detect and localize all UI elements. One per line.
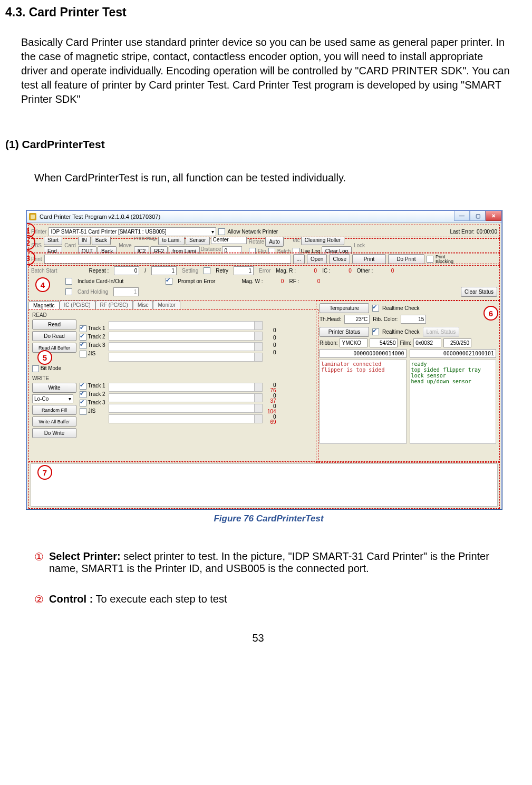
w-jis-input[interactable] <box>109 414 263 423</box>
printerstatus-button[interactable]: Printer Status <box>320 327 369 337</box>
annot-7: 7 <box>37 465 52 480</box>
doread-button[interactable]: Do Read <box>32 331 76 341</box>
tab-magnetic[interactable]: Magnetic <box>28 301 60 309</box>
ribbon-count: 54/250 <box>370 338 398 347</box>
w-t3-input[interactable] <box>109 404 263 413</box>
magr-value: 0 <box>301 268 317 274</box>
clearstatus-button[interactable]: Clear Status <box>461 287 497 297</box>
cleaning-button[interactable]: Cleaning Roller <box>301 237 344 245</box>
printblocking-label: Print Blocking <box>436 255 453 264</box>
last-error-value: 00:00:00 <box>477 229 497 235</box>
tab-monitor[interactable]: Monitor <box>153 301 180 309</box>
read-heading: READ <box>32 312 315 318</box>
dowrite-button[interactable]: Do Write <box>32 428 76 438</box>
randomfill-button[interactable]: Random Fill <box>32 405 76 415</box>
r-t2-checkbox[interactable] <box>80 334 86 341</box>
w-jis-checkbox[interactable] <box>80 408 86 415</box>
list-bold-2: Control : <box>49 593 93 605</box>
print-path-field[interactable] <box>44 255 291 264</box>
read-button[interactable]: Read <box>32 319 76 329</box>
w-t2-label: Track 2 <box>88 391 105 397</box>
section-heading: 4.3. Card Printer Test <box>5 5 511 20</box>
print-button[interactable]: Print <box>352 254 386 264</box>
browse-button[interactable]: ... <box>293 254 305 264</box>
include-cardio-checkbox[interactable] <box>65 278 72 285</box>
doprint-button[interactable]: Do Print <box>388 254 424 264</box>
ribcolor-value: 15 <box>401 315 426 324</box>
printblocking-checkbox[interactable] <box>427 256 433 263</box>
r-t3-label: Track 3 <box>88 342 105 348</box>
title-bar[interactable]: Card Printer Test Program v2.1.0.4 (2017… <box>27 211 501 223</box>
retry-field[interactable]: 1 <box>234 266 254 275</box>
cardholding-label: Card Holding <box>78 289 108 295</box>
r-jis-label: JIS <box>88 351 95 356</box>
w-t2-checkbox[interactable] <box>80 391 86 398</box>
cardholding-field[interactable]: 1 <box>113 287 139 296</box>
subsection-heading: (1) CardPrinterTest <box>5 138 511 151</box>
write-heading: WRITE <box>32 375 315 381</box>
w-t1-input[interactable] <box>109 383 263 392</box>
back-button-top[interactable]: Back <box>92 237 111 245</box>
bitmode-checkbox[interactable] <box>32 365 39 372</box>
center-field[interactable]: Center <box>211 237 247 244</box>
r-jis-input[interactable] <box>109 353 263 362</box>
close-button[interactable]: ✕ <box>486 211 501 221</box>
auto-button[interactable]: Auto <box>265 237 284 247</box>
ribcolor-label: Rib. Color: <box>373 316 398 322</box>
r-t3-checkbox[interactable] <box>80 342 86 349</box>
w-t2-input[interactable] <box>109 393 263 402</box>
magw-value: 0 <box>268 278 284 284</box>
realtime2-checkbox[interactable] <box>372 328 379 335</box>
r-t2-input[interactable] <box>109 332 263 341</box>
bitmode-label: Bit Mode <box>41 365 61 371</box>
annot-5: 5 <box>37 350 52 365</box>
tab-rf[interactable]: RF (PC/SC) <box>95 301 133 309</box>
realtime1-checkbox[interactable] <box>372 305 379 312</box>
tolami-button[interactable]: to Lami. <box>158 237 185 245</box>
open-button[interactable]: Open <box>307 254 327 264</box>
temperature-button[interactable]: Temperature <box>320 303 369 313</box>
page-number: 53 <box>5 632 511 644</box>
allow-network-checkbox[interactable] <box>218 228 225 235</box>
write-button[interactable]: Write <box>32 383 76 393</box>
r-t1-input[interactable] <box>109 321 263 330</box>
realtime2-label: Realtime Check <box>382 329 420 335</box>
status-panel: Temperature Realtime Check Th.Head: 23°C… <box>316 301 500 463</box>
r-t2-label: Track 2 <box>88 334 105 340</box>
printer-dropdown[interactable]: IDP SMART-51 Card Printer [SMART1 : USB0… <box>49 227 216 236</box>
log-textarea[interactable] <box>31 463 498 507</box>
loco-dropdown[interactable]: Lo-Co▾ <box>32 394 73 403</box>
magr-label: Mag. R : <box>276 268 296 274</box>
start-button[interactable]: Start <box>44 237 62 245</box>
r-t1-checkbox[interactable] <box>80 325 86 332</box>
list-text-2: To execute each step to test <box>93 593 227 605</box>
rotate-label: Rotate <box>249 239 264 245</box>
lamistatus-button[interactable]: Lami. Status <box>423 327 460 337</box>
in-button[interactable]: IN <box>78 237 91 245</box>
writeall-button[interactable]: Write All Buffer <box>32 416 76 427</box>
repeat-total[interactable]: 1 <box>151 266 177 275</box>
minimize-button[interactable]: — <box>454 211 470 221</box>
retry-label: Retry <box>216 268 228 274</box>
maximize-button[interactable]: ▢ <box>470 211 486 221</box>
tab-ic[interactable]: IC (PC/SC) <box>60 301 95 309</box>
r-jis-checkbox[interactable] <box>80 351 86 357</box>
w-t1-checkbox[interactable] <box>80 383 86 390</box>
close-print-button[interactable]: Close <box>329 254 350 264</box>
cardholding-checkbox[interactable] <box>65 288 72 295</box>
w-t3-checkbox[interactable] <box>80 400 86 406</box>
thhead-label: Th.Head: <box>320 316 341 322</box>
r-t3-input[interactable] <box>109 342 263 351</box>
code-left: 0000000000014000 <box>320 349 407 358</box>
status-msg-left: laminator connected flipper is top sided <box>320 360 407 444</box>
list-item: ② Control : To execute each step to test <box>34 593 511 606</box>
other-label: Other : <box>357 268 373 274</box>
tab-misc[interactable]: Misc <box>133 301 153 309</box>
batch-panel: Batch Start Repeat : 0 / 1 Setting Retry… <box>28 264 500 301</box>
retry-checkbox[interactable] <box>204 267 210 274</box>
list-bold-1: Select Printer: <box>49 550 121 562</box>
sensor-button[interactable]: Sensor <box>186 237 210 245</box>
prompt-checkbox[interactable] <box>166 278 172 285</box>
film-count: 250/250 <box>443 338 471 347</box>
readall-button[interactable]: Read All Buffer <box>32 343 76 353</box>
